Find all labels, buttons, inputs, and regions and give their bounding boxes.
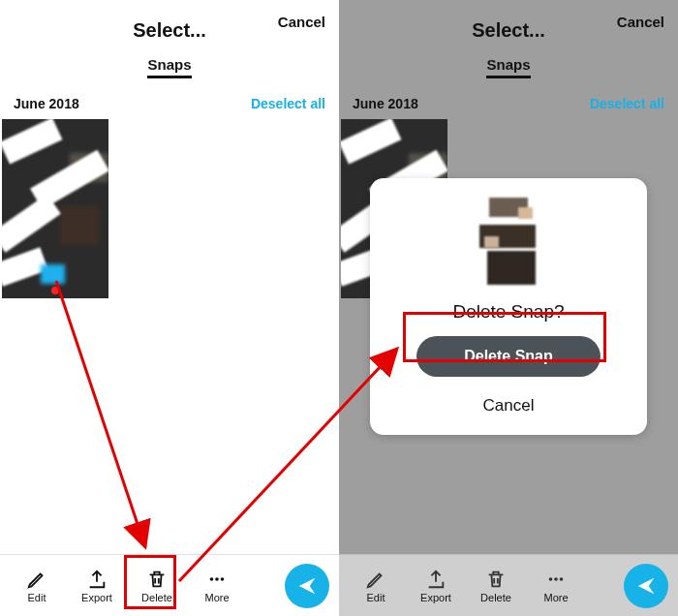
header-title: Select...	[133, 19, 206, 42]
header-title: Select...	[472, 19, 545, 42]
dialog-title: Delete Snap?	[452, 301, 564, 323]
svg-point-3	[549, 577, 553, 581]
snap-thumbnail[interactable]	[2, 119, 108, 298]
section-header: June 2018 Deselect all	[0, 88, 339, 119]
bottom-toolbar: Edit Export Delete	[339, 554, 678, 616]
more-icon	[206, 569, 228, 590]
svg-point-0	[210, 577, 214, 581]
more-button[interactable]: More	[190, 569, 244, 603]
tab-snaps[interactable]: Snaps	[147, 56, 191, 78]
header: Select... Cancel	[339, 0, 678, 54]
export-icon	[425, 569, 447, 590]
send-button[interactable]	[285, 564, 329, 608]
deselect-all-button[interactable]: Deselect all	[590, 96, 664, 111]
trash-icon	[146, 569, 168, 590]
delete-snap-dialog: Delete Snap? Delete Snap Cancel	[370, 178, 647, 435]
dialog-delete-button[interactable]: Delete Snap	[416, 336, 601, 377]
delete-label: Delete	[141, 592, 172, 603]
export-label: Export	[420, 592, 451, 603]
send-icon	[296, 575, 318, 597]
dialog-cancel-button[interactable]: Cancel	[464, 390, 554, 421]
screen-selection: Select... Cancel Snaps June 2018 Deselec…	[0, 0, 339, 616]
export-button[interactable]: Export	[409, 569, 463, 603]
edit-button[interactable]: Edit	[10, 569, 64, 603]
export-label: Export	[81, 592, 112, 603]
header: Select... Cancel	[0, 0, 339, 54]
svg-point-1	[215, 577, 219, 581]
tab-snaps[interactable]: Snaps	[486, 56, 530, 78]
section-header: June 2018 Deselect all	[339, 88, 678, 119]
section-date: June 2018	[14, 96, 79, 111]
svg-point-2	[221, 577, 225, 581]
deselect-all-button[interactable]: Deselect all	[251, 96, 325, 111]
delete-button[interactable]: Delete	[469, 569, 523, 603]
section-date: June 2018	[353, 96, 418, 111]
edit-label: Edit	[28, 592, 46, 603]
svg-point-4	[554, 577, 558, 581]
selection-indicator	[51, 287, 59, 294]
trash-icon	[485, 569, 507, 590]
pencil-icon	[26, 569, 47, 590]
cancel-button[interactable]: Cancel	[278, 14, 325, 30]
export-button[interactable]: Export	[70, 569, 124, 603]
send-button[interactable]	[624, 564, 668, 608]
more-button[interactable]: More	[529, 569, 583, 603]
tabs: Snaps	[0, 54, 339, 88]
export-icon	[86, 569, 108, 590]
send-icon	[635, 575, 657, 597]
more-label: More	[543, 592, 568, 603]
bottom-toolbar: Edit Export Delete	[0, 554, 339, 616]
delete-button[interactable]: Delete	[130, 569, 184, 603]
snap-grid	[0, 119, 339, 298]
edit-label: Edit	[367, 592, 385, 603]
more-icon	[545, 569, 567, 590]
svg-point-5	[560, 577, 564, 581]
screen-delete-confirm: Select... Cancel Snaps June 2018 Deselec…	[339, 0, 678, 616]
tabs: Snaps	[339, 54, 678, 88]
cancel-button[interactable]: Cancel	[617, 14, 664, 30]
more-label: More	[204, 592, 229, 603]
dialog-snap-preview	[470, 198, 547, 290]
pencil-icon	[365, 569, 386, 590]
edit-button[interactable]: Edit	[349, 569, 403, 603]
delete-label: Delete	[480, 592, 511, 603]
